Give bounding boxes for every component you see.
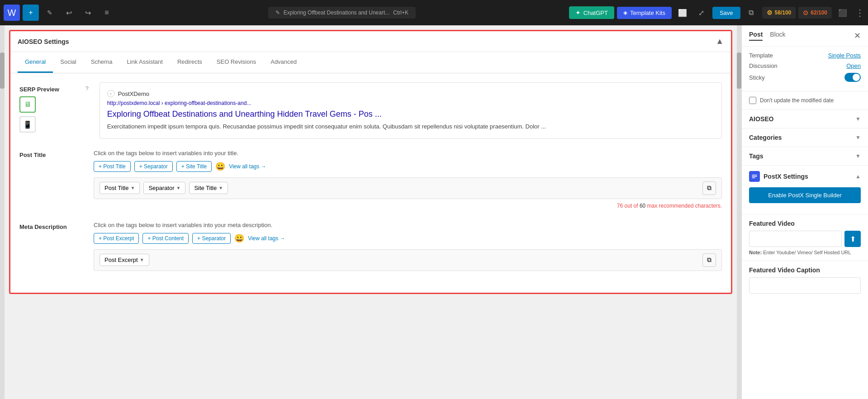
serp-title[interactable]: Exploring Offbeat Destinations and Unear… xyxy=(107,109,714,119)
featured-caption-section: Featured Video Caption xyxy=(742,261,868,299)
tab-link-assistant[interactable]: Link Assistant xyxy=(119,52,170,73)
save-button[interactable]: Save xyxy=(712,7,740,19)
seo-score-2-icon: ⊙ xyxy=(803,9,808,16)
tag-site-title-button[interactable]: + Site Title xyxy=(176,161,212,172)
postx-header[interactable]: PostX Settings ▲ xyxy=(749,171,861,182)
edit-button[interactable]: ✎ xyxy=(42,5,58,21)
video-input-row: ⬆ xyxy=(749,231,861,247)
layout-button[interactable]: ⧉ xyxy=(743,5,759,21)
meta-desc-tag-buttons: + Post Excerpt + Post Content + Separato… xyxy=(94,233,722,244)
tags-section[interactable]: Tags ▼ xyxy=(742,147,868,166)
categories-label: Categories xyxy=(749,134,782,141)
tag-separator-meta-button[interactable]: + Separator xyxy=(192,233,231,244)
video-upload-button[interactable]: ⬆ xyxy=(844,231,861,247)
tab-seo-revisions[interactable]: SEO Revisions xyxy=(209,52,263,73)
char-count-suffix: max recommended characters. xyxy=(647,203,722,209)
template-row: Template Single Posts xyxy=(749,52,861,59)
seo-score-1-value: 58/100 xyxy=(775,10,792,16)
char-count-value: 76 xyxy=(617,203,623,209)
tab-schema[interactable]: Schema xyxy=(84,52,120,73)
char-count-display: 76 out of 60 max recommended characters. xyxy=(94,203,722,209)
serp-help-icon[interactable]: ? xyxy=(85,86,89,92)
center-scroll-track[interactable] xyxy=(737,25,741,399)
wp-logo[interactable]: W xyxy=(4,5,20,21)
settings-button[interactable]: ⬛ xyxy=(835,5,851,21)
view-toggle-button[interactable]: ⬜ xyxy=(674,5,691,21)
meta-emoji-button[interactable]: 😀 xyxy=(234,233,244,243)
meta-desc-row: Post Excerpt ▼ ⧉ xyxy=(94,249,722,271)
template-value[interactable]: Single Posts xyxy=(828,52,861,59)
title-area: ✎ Exploring Offbeat Destinations and Une… xyxy=(118,7,566,19)
seo-score-1-button[interactable]: ⚙ 58/100 xyxy=(762,7,796,19)
menu-button[interactable]: ≡ xyxy=(99,5,115,21)
sidebar-tab-post[interactable]: Post xyxy=(749,31,763,41)
discussion-label: Discussion xyxy=(749,62,778,69)
serp-device-icons: 🖥 📱 xyxy=(19,96,89,133)
template-kits-button[interactable]: ◈ Template Kits xyxy=(617,7,672,19)
add-button[interactable]: + xyxy=(23,5,39,21)
tab-advanced[interactable]: Advanced xyxy=(263,52,304,73)
tag-post-title-button[interactable]: + Post Title xyxy=(94,161,131,172)
desktop-icon[interactable]: 🖥 xyxy=(19,96,36,113)
caption-input[interactable] xyxy=(749,277,861,294)
separator-chevron-icon: ▼ xyxy=(176,185,180,190)
mobile-icon[interactable]: 📱 xyxy=(19,116,36,133)
enable-postx-button[interactable]: Enable PostX Single Builder xyxy=(749,187,861,203)
view-all-tags-link[interactable]: View all tags → xyxy=(229,163,266,170)
post-excerpt-select[interactable]: Post Excerpt ▼ xyxy=(100,254,149,266)
tag-post-content-button[interactable]: + Post Content xyxy=(142,233,189,244)
emoji-button[interactable]: 😀 xyxy=(215,162,225,171)
undo-button[interactable]: ↩ xyxy=(61,5,77,21)
redo-button[interactable]: ↪ xyxy=(80,5,96,21)
tag-post-excerpt-button[interactable]: + Post Excerpt xyxy=(94,233,139,244)
char-count-separator: out of xyxy=(625,203,640,209)
discussion-value[interactable]: Open xyxy=(846,62,861,69)
dont-update-row: Don't update the modified date xyxy=(742,91,868,110)
tab-general[interactable]: General xyxy=(18,52,53,73)
pencil-icon: ✎ xyxy=(275,10,280,16)
post-title-bar[interactable]: ✎ Exploring Offbeat Destinations and Une… xyxy=(268,7,416,19)
sidebar-header: Post Block ✕ xyxy=(742,25,868,47)
aioseo-sidebar-section[interactable]: AIOSEO ▼ xyxy=(742,110,868,128)
copy-meta-button[interactable]: ⧉ xyxy=(702,253,716,267)
tab-social[interactable]: Social xyxy=(53,52,83,73)
seo-score-2-button[interactable]: ⊙ 62/100 xyxy=(798,7,832,19)
sidebar-tab-block[interactable]: Block xyxy=(770,31,785,41)
separator-select[interactable]: Separator ▼ xyxy=(143,182,185,194)
chatgpt-icon: ✦ xyxy=(575,9,581,16)
site-title-select-label: Site Title xyxy=(194,185,217,191)
serp-favicon: ○ xyxy=(107,90,114,97)
site-title-select[interactable]: Site Title ▼ xyxy=(189,182,228,194)
meta-view-all-tags-link[interactable]: View all tags → xyxy=(248,235,285,242)
sticky-toggle[interactable] xyxy=(844,73,861,82)
post-title-hint: Click on the tags below to insert variab… xyxy=(94,150,722,157)
tab-redirects[interactable]: Redirects xyxy=(170,52,209,73)
aioseo-collapse-button[interactable]: ▲ xyxy=(716,37,724,46)
template-kits-icon: ◈ xyxy=(623,10,627,16)
postx-settings-section: PostX Settings ▲ Enable PostX Single Bui… xyxy=(742,166,868,214)
post-title-select[interactable]: Post Title ▼ xyxy=(100,182,140,194)
meta-description-label: Meta Description xyxy=(19,222,83,271)
featured-video-section: Featured Video ⬆ Note: Enter Youtube/ Vi… xyxy=(742,214,868,261)
main-layout: AIOSEO Settings ▲ General Social Schema … xyxy=(0,25,868,399)
aioseo-sidebar-label: AIOSEO xyxy=(749,115,773,123)
more-options-icon[interactable]: ⋮ xyxy=(855,7,864,18)
left-scroll-thumb[interactable] xyxy=(0,52,5,89)
dont-update-checkbox[interactable] xyxy=(749,97,756,104)
center-scroll-thumb[interactable] xyxy=(737,52,741,89)
copy-title-button[interactable]: ⧉ xyxy=(702,181,716,195)
fullscreen-button[interactable]: ⤢ xyxy=(693,5,710,21)
video-url-input[interactable] xyxy=(749,231,842,247)
serp-site-line: ○ PostXDemo xyxy=(107,90,714,97)
seo-score-2-value: 62/100 xyxy=(811,10,827,16)
post-title-tag-row: Post Title ▼ Separator ▼ Site Title ▼ xyxy=(94,177,722,199)
aioseo-panel-title: AIOSEO Settings xyxy=(18,38,69,45)
categories-section[interactable]: Categories ▼ xyxy=(742,128,868,147)
serp-description: Exercitationem impedit ipsum tempora qui… xyxy=(107,122,714,131)
tag-separator-button[interactable]: + Separator xyxy=(134,161,173,172)
aioseo-panel-header: AIOSEO Settings ▲ xyxy=(10,31,731,52)
discussion-row: Discussion Open xyxy=(749,62,861,69)
chatgpt-button[interactable]: ✦ ChatGPT xyxy=(569,6,614,19)
sidebar-close-button[interactable]: ✕ xyxy=(854,31,861,41)
left-scroll-track[interactable] xyxy=(0,25,5,399)
